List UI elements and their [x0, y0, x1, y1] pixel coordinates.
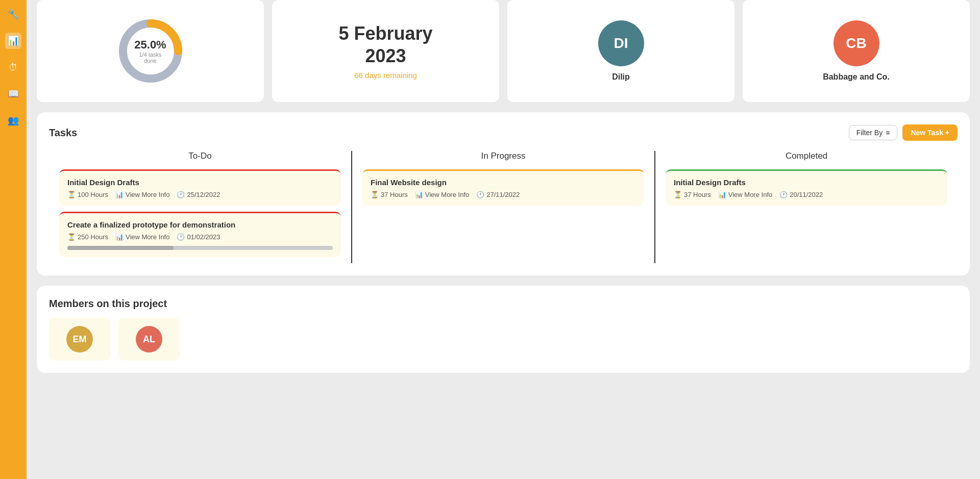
task-meta: ⏳ 100 Hours 📊 View More Info 🕐 25/12/202…	[67, 191, 333, 198]
task-view-more[interactable]: 📊 View More Info	[115, 191, 169, 198]
task-hours: ⏳ 37 Hours	[371, 191, 408, 198]
task-view-more[interactable]: 📊 View More Info	[415, 191, 469, 198]
chart-small-icon: 📊	[415, 191, 423, 198]
clock-small-icon: 🕐	[177, 233, 185, 241]
members-row: EM AL	[49, 318, 958, 361]
task-date: 🕐 01/02/2023	[177, 233, 220, 241]
tasks-title: Tasks	[49, 127, 77, 139]
member-avatar: AL	[136, 326, 162, 352]
task-title: Initial Design Drafts	[67, 178, 333, 187]
todo-column-title: To-Do	[59, 151, 341, 161]
hourglass-icon: ⏳	[67, 233, 76, 241]
tasks-header: Tasks Filter By ≡ New Task +	[49, 124, 958, 141]
chart-icon[interactable]: 📊	[5, 33, 21, 49]
tasks-actions: Filter By ≡ New Task +	[849, 124, 958, 141]
progress-subtitle: 1/4 tasks done	[133, 52, 168, 64]
chart-small-icon: 📊	[115, 233, 124, 241]
filter-icon: ≡	[886, 129, 890, 137]
task-card: Initial Design Drafts ⏳ 100 Hours 📊 View…	[59, 169, 341, 206]
task-title: Initial Design Drafts	[674, 178, 939, 187]
hourglass-icon: ⏳	[371, 191, 379, 198]
company-avatar: CB	[834, 20, 879, 66]
task-meta: ⏳ 250 Hours 📊 View More Info 🕐 01/02/202…	[67, 233, 333, 241]
task-date: 🕐 25/12/2022	[177, 191, 220, 198]
clock-small-icon: 🕐	[476, 191, 484, 198]
wrench-icon[interactable]: 🔧	[5, 6, 21, 22]
clock-icon[interactable]: ⏱	[5, 59, 21, 75]
person-name: Dilip	[612, 72, 630, 82]
main-content: 25.0% 1/4 tasks done 5 February 2023 66 …	[27, 0, 980, 479]
hourglass-icon: ⏳	[67, 191, 76, 198]
member-initials: AL	[143, 334, 155, 345]
completed-column-title: Completed	[666, 151, 947, 161]
inprogress-column-title: In Progress	[362, 151, 644, 161]
task-progress-bar	[67, 246, 333, 250]
company-name: Babbage and Co.	[823, 72, 890, 82]
todo-column: To-Do Initial Design Drafts ⏳ 100 Hours …	[49, 151, 352, 263]
task-view-more[interactable]: 📊 View More Info	[115, 233, 169, 241]
sidebar: 🔧 📊 ⏱ 📖 👥	[0, 0, 27, 479]
task-meta: ⏳ 37 Hours 📊 View More Info 🕐 27/11/2022	[371, 191, 636, 198]
member-card: EM	[49, 318, 110, 361]
company-card: CB Babbage and Co.	[743, 0, 970, 102]
users-icon[interactable]: 👥	[5, 112, 21, 129]
members-section: Members on this project EM AL	[37, 286, 970, 373]
clock-small-icon: 🕐	[177, 191, 185, 198]
member-avatar: EM	[66, 326, 93, 352]
task-card: Initial Design Drafts ⏳ 37 Hours 📊 View …	[666, 169, 947, 206]
completed-column: Completed Initial Design Drafts ⏳ 37 Hou…	[655, 151, 958, 263]
progress-card: 25.0% 1/4 tasks done	[37, 0, 264, 102]
clock-small-icon: 🕐	[779, 191, 788, 198]
task-view-more[interactable]: 📊 View More Info	[718, 191, 772, 198]
task-title: Final Website design	[371, 178, 636, 187]
inprogress-column: In Progress Final Website design ⏳ 37 Ho…	[352, 151, 655, 263]
progress-percent: 25.0%	[133, 38, 168, 52]
new-task-button[interactable]: New Task +	[902, 124, 958, 141]
task-hours: ⏳ 250 Hours	[67, 233, 108, 241]
days-remaining: 66 days remaining	[354, 71, 417, 80]
member-initials: EM	[73, 334, 87, 345]
chart-small-icon: 📊	[718, 191, 726, 198]
person-avatar: DI	[598, 20, 644, 66]
date-title: 5 February 2023	[338, 22, 432, 66]
members-title: Members on this project	[49, 298, 958, 310]
donut-chart: 25.0% 1/4 tasks done	[115, 15, 186, 87]
task-meta: ⏳ 37 Hours 📊 View More Info 🕐 20/11/2022	[674, 191, 939, 198]
filter-label: Filter By	[856, 129, 883, 137]
date-card: 5 February 2023 66 days remaining	[272, 0, 499, 102]
member-card: AL	[118, 318, 180, 361]
kanban-board: To-Do Initial Design Drafts ⏳ 100 Hours …	[49, 151, 958, 263]
tasks-section: Tasks Filter By ≡ New Task + To-Do Initi…	[37, 112, 970, 275]
task-hours: ⏳ 37 Hours	[674, 191, 711, 198]
book-icon[interactable]: 📖	[5, 86, 21, 102]
person-card: DI Dilip	[507, 0, 734, 102]
task-card: Create a finalized prototype for demonst…	[59, 212, 341, 257]
task-date: 🕐 20/11/2022	[779, 191, 823, 198]
hourglass-icon: ⏳	[674, 191, 682, 198]
task-card: Final Website design ⏳ 37 Hours 📊 View M…	[362, 169, 644, 206]
task-hours: ⏳ 100 Hours	[67, 191, 108, 198]
task-progress-fill	[67, 246, 174, 250]
top-cards: 25.0% 1/4 tasks done 5 February 2023 66 …	[37, 0, 970, 102]
chart-small-icon: 📊	[115, 191, 124, 198]
task-title: Create a finalized prototype for demonst…	[67, 220, 333, 229]
filter-button[interactable]: Filter By ≡	[849, 125, 898, 140]
task-date: 🕐 27/11/2022	[476, 191, 520, 198]
